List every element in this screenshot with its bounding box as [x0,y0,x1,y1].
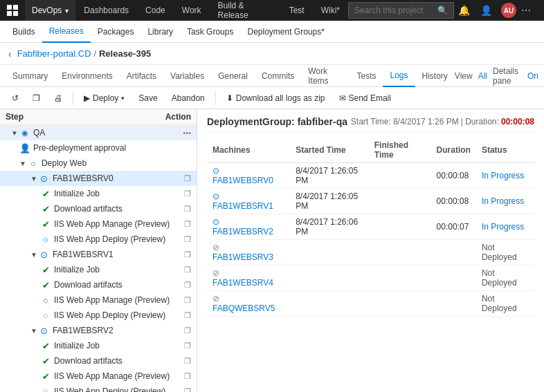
cell-finished [369,214,431,240]
step-pre-deployment[interactable]: 👤 Pre-deployment approval [0,140,197,156]
search-input[interactable] [354,6,437,15]
nav-dashboards[interactable]: Dashboards [75,0,137,21]
nav-code[interactable]: Code [137,0,174,21]
view-all-link[interactable]: All [478,71,487,81]
iis-manage-2-action[interactable]: ❐ [184,372,191,381]
step-download-art-1[interactable]: ✔ Download artifacts ❐ [0,277,197,292]
machine-link[interactable]: FAB1WEBSRV3 [212,252,273,262]
person-icon[interactable]: 👤 [479,1,498,20]
step-iis-deploy-2[interactable]: ○ IIS Web App Deploy (Preview) ❐ [0,384,197,392]
machine-link[interactable]: FAB1WEBSRV0 [212,176,273,185]
table-row: ⊘ FAB1WEBSRV3 Not Deployed [207,240,534,265]
machine-link[interactable]: FAB1WEBSRV4 [212,278,273,288]
iis-deploy-0-action[interactable]: ❐ [184,235,191,244]
send-email-button[interactable]: ✉ Send Email [333,89,397,107]
cell-machine: ⊙ FAB1WEBSRV2 [207,214,290,240]
details-pane-on-link[interactable]: On [527,71,538,81]
step-fab1websrv2[interactable]: ▼ ⊙ FAB1WEBSRV2 ❐ [0,323,197,338]
step-download-art-0[interactable]: ✔ Download artifacts ❐ [0,201,197,216]
search-box[interactable]: 🔍 [348,2,454,19]
refresh-button[interactable]: ↺ [6,89,25,107]
more-icon[interactable]: ⋯ [519,1,538,20]
subnav-builds[interactable]: Builds [6,21,42,43]
step-iis-deploy-0[interactable]: ○ IIS Web App Deploy (Preview) ❐ [0,232,197,247]
machine-link[interactable]: FAB1WEBSRV2 [212,227,273,236]
fab1websrv0-action-icon[interactable]: ❐ [184,174,191,183]
fab1websrv1-action-icon[interactable]: ❐ [184,250,191,259]
machine-link[interactable]: FABQWEBSRV5 [212,304,275,313]
step-download-art-2[interactable]: ✔ Download artifacts ❐ [0,353,197,368]
tab-general[interactable]: General [211,65,255,87]
machine-status-icon: ⊙ [212,217,219,227]
subnav-packages[interactable]: Packages [91,21,141,43]
subnav-task-groups[interactable]: Task Groups [180,21,240,43]
nav-build-release[interactable]: Build & Release [210,0,281,21]
subnav-releases[interactable]: Releases [42,21,91,43]
tab-commits[interactable]: Commits [255,65,301,87]
save-button[interactable]: Save [132,89,163,107]
nav-test[interactable]: Test [281,0,313,21]
tab-artifacts[interactable]: Artifacts [120,65,163,87]
tab-work-items[interactable]: Work Items [301,65,350,87]
breadcrumb-back[interactable]: ‹ [8,48,12,59]
tab-logs[interactable]: Logs [383,65,415,87]
breadcrumb-parent[interactable]: Fabfiber-portal.CD [17,48,91,59]
step-iis-deploy-1[interactable]: ○ IIS Web App Deploy (Preview) ❐ [0,308,197,323]
step-col-header: Step [6,112,24,122]
step-fab1websrv1[interactable]: ▼ ⊙ FAB1WEBSRV1 ❐ [0,247,197,262]
step-iis-manage-2[interactable]: ✔ IIS Web App Manage (Preview) ❐ [0,368,197,384]
step-init-job-1[interactable]: ✔ Initialize Job ❐ [0,262,197,277]
tab-right-controls: View All Details pane On [455,66,538,86]
cell-finished [369,291,431,317]
step-iis-manage-0[interactable]: ✔ IIS Web App Manage (Preview) ❐ [0,216,197,232]
step-deploy-web[interactable]: ▼ ○ Deploy Web [0,156,197,171]
org-name[interactable]: DevOps ▾ [25,0,75,21]
breadcrumb: ‹ Fabfiber-portal.CD / Release-395 [0,43,544,65]
deploy-button[interactable]: ▶ Deploy ▾ [78,89,131,107]
subnav-deployment-groups[interactable]: Deployment Groups* [240,21,331,43]
step-fab1websrv0[interactable]: ▼ ⊙ FAB1WEBSRV0 ❐ [0,171,197,186]
iis-deploy-1-action[interactable]: ❐ [184,311,191,320]
print-icon: 🖨 [54,93,62,103]
tab-history[interactable]: History [415,65,455,87]
fab1websrv2-expand: ▼ [30,327,37,335]
tab-tests[interactable]: Tests [350,65,383,87]
iis-deploy-2-action[interactable]: ❐ [184,387,191,393]
app-logo[interactable] [0,0,25,21]
download-art-0-action[interactable]: ❐ [184,205,191,214]
nav-wiki[interactable]: Wiki* [313,0,348,21]
qa-more-icon[interactable]: ••• [183,129,191,137]
fab1websrv2-action-icon[interactable]: ❐ [184,326,191,335]
init-job-1-action[interactable]: ❐ [184,265,191,274]
machine-link[interactable]: FAB1WEBSRV1 [212,201,273,211]
cell-status: In Progress [476,189,534,214]
step-init-job-0[interactable]: ✔ Initialize Job ❐ [0,186,197,201]
fab1websrv0-label: FAB1WEBSRV0 [53,174,184,183]
copy-button[interactable]: ❐ [26,89,46,107]
print-button[interactable]: 🖨 [48,89,69,107]
iis-deploy-1-label: IIS Web App Deploy (Preview) [54,310,184,320]
cell-duration [431,291,476,317]
download-art-2-action[interactable]: ❐ [184,357,191,366]
abandon-button[interactable]: Abandon [165,89,211,107]
download-logs-button[interactable]: ⬇ Download all logs as zip [220,89,332,107]
tab-summary[interactable]: Summary [6,65,55,87]
step-iis-manage-1[interactable]: ○ IIS Web App Manage (Preview) ❐ [0,292,197,308]
avatar[interactable]: AU [501,3,516,18]
iis-manage-1-action[interactable]: ❐ [184,296,191,305]
step-qa-group[interactable]: ▼ ◉ QA ••• [0,125,197,140]
iis-manage-2-icon: ✔ [40,371,51,382]
notifications-icon[interactable]: 🔔 [457,1,476,20]
tab-environments[interactable]: Environments [55,65,119,87]
iis-manage-0-action[interactable]: ❐ [184,220,191,229]
tab-variables[interactable]: Variables [163,65,211,87]
cell-duration: 00:00:08 [431,163,476,189]
step-init-job-2[interactable]: ✔ Initialize Job ❐ [0,338,197,353]
init-job-0-action[interactable]: ❐ [184,189,191,198]
col-machines: Machines [207,138,290,163]
download-art-1-action[interactable]: ❐ [184,281,191,290]
subnav-library[interactable]: Library [140,21,180,43]
init-job-2-action[interactable]: ❐ [184,342,191,351]
nav-work[interactable]: Work [174,0,210,21]
start-time-value: 8/4/2017 1:26 PM [393,117,459,127]
